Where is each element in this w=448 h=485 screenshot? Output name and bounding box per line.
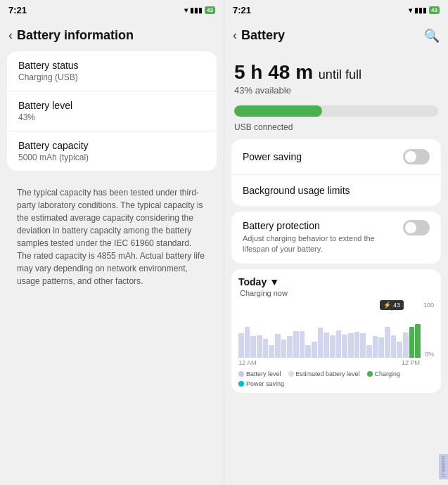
- back-button[interactable]: ‹: [6, 25, 17, 46]
- chart-bars-area: ⚡ 43: [238, 302, 421, 358]
- right-panel: 7:21 ▾ ▮▮▮ 43 ‹ Battery 🔍 5 h 48 m until…: [224, 0, 448, 485]
- battery-level-label: Battery level: [18, 100, 205, 111]
- battery-capacity-row: Battery capacity 5000 mAh (typical): [7, 131, 217, 171]
- chart-bar: [305, 345, 311, 357]
- chart-bar: [287, 336, 293, 357]
- chart-bar: [354, 332, 360, 358]
- power-saving-row[interactable]: Power saving: [231, 139, 441, 175]
- chart-bar: [293, 331, 299, 358]
- charge-time-display: 5 h 48 m until full: [234, 61, 438, 84]
- power-saving-label: Power saving: [243, 151, 302, 162]
- battery-capacity-label: Battery capacity: [18, 140, 205, 151]
- chart-x-axis: 12 AM 12 PM: [238, 358, 420, 369]
- power-saving-toggle[interactable]: [403, 149, 430, 164]
- chart-bar: [366, 345, 372, 358]
- chart-x-start: 12 AM: [238, 359, 257, 366]
- chart-status: Charging now: [238, 289, 434, 297]
- chart-bar: [312, 342, 317, 358]
- charge-suffix: until full: [319, 67, 361, 82]
- chart-y-top: 100: [423, 302, 434, 309]
- battery-level-row: Battery level 43%: [7, 91, 217, 131]
- chart-bar: [348, 333, 354, 358]
- chart-y-axis: 100 0%: [421, 302, 434, 358]
- chart-period-label[interactable]: Today: [238, 276, 267, 287]
- battery-bar-fill: [234, 105, 322, 117]
- usb-label: USB connected: [224, 119, 448, 139]
- legend-color-dot: [288, 371, 294, 377]
- left-panel: 7:21 ▾ ▮▮▮ 43 ‹ Battery information Batt…: [0, 0, 224, 485]
- background-limits-row[interactable]: Background usage limits: [231, 175, 441, 206]
- chart-bar: [397, 342, 402, 358]
- battery-level-value: 43%: [18, 112, 205, 122]
- chart-bar: [330, 335, 335, 358]
- chart-bar: [373, 336, 378, 358]
- chart-area-wrapper: ⚡ 43: [238, 302, 421, 358]
- protection-row: Battery protection Adjust charging behav…: [231, 212, 441, 264]
- chart-section: Today ▼ Charging now ⚡ 43 100 0% 12 AM 1…: [231, 269, 441, 393]
- battery-disclaimer: The typical capacity has been tested und…: [7, 179, 217, 295]
- legend-item: Battery level: [238, 370, 281, 377]
- right-back-button[interactable]: ‹: [230, 25, 241, 46]
- chart-bar: [336, 330, 342, 358]
- chart-bar: [391, 335, 397, 358]
- chart-bar: [415, 324, 421, 358]
- legend-item: Estimated battery level: [288, 370, 360, 377]
- left-time: 7:21: [8, 5, 27, 15]
- chart-wrapper: ⚡ 43 100 0%: [238, 302, 434, 358]
- right-page-title: Battery: [241, 28, 285, 43]
- chart-bar: [281, 340, 287, 358]
- watermark: mobile.ir: [439, 454, 448, 479]
- chart-bar: [300, 331, 305, 358]
- chart-dropdown-icon[interactable]: ▼: [269, 276, 279, 287]
- chart-bar: [409, 327, 415, 358]
- chart-bar: [275, 334, 281, 357]
- power-options-card: Power saving Background usage limits: [231, 139, 441, 206]
- battery-capacity-value: 5000 mAh (typical): [18, 153, 205, 162]
- protection-subtitle: Adjust charging behavior to extend the l…: [243, 233, 395, 255]
- left-status-icons: ▾ ▮▮▮ 43: [184, 6, 215, 14]
- legend-label: Power saving: [246, 380, 284, 387]
- legend-color-dot: [238, 381, 244, 387]
- right-time: 7:21: [233, 5, 251, 15]
- chart-bar: [385, 327, 390, 358]
- legend-item: Power saving: [238, 380, 284, 387]
- chart-header: Today ▼: [238, 276, 434, 287]
- chart-y-bottom: 0%: [423, 351, 434, 358]
- chart-legend: Battery levelEstimated battery levelChar…: [238, 369, 434, 389]
- battery-badge: 43: [205, 6, 215, 14]
- legend-label: Charging: [375, 370, 401, 377]
- battery-status-row: Battery status Charging (USB): [7, 51, 217, 91]
- legend-label: Estimated battery level: [296, 370, 360, 377]
- left-status-bar: 7:21 ▾ ▮▮▮ 43: [0, 0, 224, 20]
- chart-bar: [403, 332, 409, 358]
- signal-icon-right: ▮▮▮: [414, 6, 427, 14]
- battery-protection-card: Battery protection Adjust charging behav…: [231, 212, 441, 264]
- chart-bar: [238, 333, 244, 357]
- protection-title: Battery protection: [243, 220, 395, 231]
- signal-icon: ▮▮▮: [190, 6, 203, 14]
- right-header: ‹ Battery 🔍: [224, 20, 448, 51]
- battery-status-value: Charging (USB): [18, 72, 205, 82]
- chart-bar: [257, 335, 262, 358]
- chart-bar: [245, 327, 250, 358]
- battery-info-card: Battery status Charging (USB) Battery le…: [7, 51, 217, 171]
- right-status-bar: 7:21 ▾ ▮▮▮ 43: [224, 0, 448, 20]
- battery-badge-right: 43: [429, 6, 440, 14]
- background-limits-label: Background usage limits: [243, 185, 350, 196]
- chart-bar: [250, 336, 256, 358]
- left-page-title: Battery information: [17, 28, 134, 43]
- battery-available: 43% available: [234, 85, 438, 96]
- legend-color-dot: [238, 371, 244, 377]
- charge-time-section: 5 h 48 m until full 43% available: [224, 51, 448, 105]
- wifi-icon-right: ▾: [409, 6, 412, 14]
- charge-minutes: 48 m: [268, 61, 313, 83]
- legend-item: Charging: [367, 370, 401, 377]
- wifi-icon: ▾: [184, 6, 188, 14]
- chart-bar: [263, 339, 269, 358]
- search-button[interactable]: 🔍: [424, 28, 440, 44]
- chart-tooltip: ⚡ 43: [380, 300, 404, 310]
- battery-status-label: Battery status: [18, 60, 205, 71]
- protection-toggle[interactable]: [403, 220, 430, 235]
- chart-bar: [318, 328, 324, 358]
- legend-label: Battery level: [246, 370, 281, 377]
